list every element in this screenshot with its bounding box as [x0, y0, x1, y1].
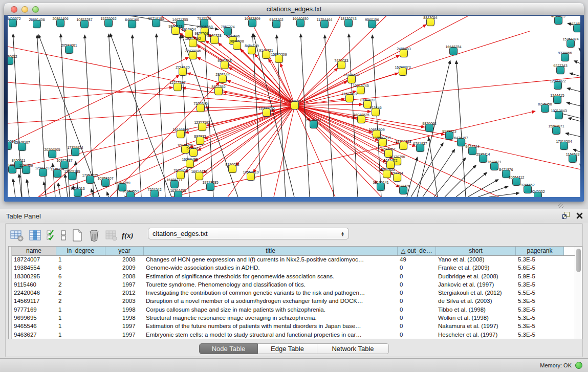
graph-node[interactable] — [206, 183, 214, 191]
graph-node[interactable] — [344, 19, 353, 27]
graph-node[interactable] — [177, 130, 185, 138]
graph-node[interactable] — [393, 173, 401, 182]
graph-node[interactable] — [399, 186, 407, 194]
function-builder-icon[interactable]: f(x) — [122, 231, 134, 240]
graph-node[interactable] — [179, 68, 187, 76]
graph-node[interactable] — [468, 147, 476, 155]
graph-node[interactable] — [152, 19, 160, 27]
graph-node[interactable] — [68, 172, 76, 180]
graph-node[interactable] — [56, 19, 64, 27]
graph-node[interactable] — [221, 61, 229, 69]
graph-node[interactable] — [170, 180, 179, 188]
network-canvas[interactable]: 2340557226691406208914061085328715276062… — [8, 16, 580, 197]
graph-node[interactable] — [233, 41, 241, 50]
table-row[interactable]: 946362711997Embryonic stem cells: a mode… — [12, 331, 575, 339]
graph-node[interactable] — [60, 161, 69, 169]
memory-status-icon[interactable] — [575, 362, 582, 369]
graph-node[interactable] — [272, 20, 280, 28]
scrollbar-thumb[interactable] — [576, 249, 581, 272]
graph-node[interactable] — [573, 24, 580, 32]
graph-node[interactable] — [228, 165, 236, 173]
graph-node[interactable] — [552, 126, 560, 135]
graph-node[interactable] — [556, 66, 564, 74]
table-row[interactable]: 911546021997Tourette syndrome. Phenomeno… — [12, 281, 575, 289]
delete-trash-icon[interactable] — [88, 229, 100, 242]
table-row[interactable]: 1456911722003Disruption of a novel membe… — [12, 297, 575, 305]
graph-node[interactable] — [399, 68, 407, 76]
graph-node[interactable] — [347, 75, 356, 83]
vertical-scrollbar[interactable] — [575, 247, 582, 339]
graph-node[interactable] — [53, 169, 61, 178]
graph-node[interactable] — [337, 61, 345, 69]
graph-node[interactable] — [554, 16, 562, 25]
graph-node[interactable] — [345, 94, 354, 102]
tab-edge-table[interactable]: Edge Table — [258, 343, 317, 354]
graph-node[interactable] — [189, 51, 197, 59]
graph-node[interactable] — [541, 104, 549, 113]
column-header-pagerank[interactable]: pagerank — [516, 247, 564, 255]
graph-node[interactable] — [291, 101, 299, 110]
new-file-icon[interactable] — [71, 229, 83, 242]
graph-node[interactable] — [399, 142, 407, 150]
graph-node[interactable] — [65, 46, 73, 54]
graph-node[interactable] — [171, 27, 180, 35]
graph-node[interactable] — [196, 137, 204, 145]
graph-node[interactable] — [534, 192, 542, 197]
rows-icon[interactable] — [60, 229, 67, 242]
graph-node[interactable] — [554, 81, 562, 90]
graph-node[interactable] — [569, 155, 577, 163]
graph-node[interactable] — [400, 49, 408, 57]
table-row[interactable]: 977716911998Corpus callosum shape and si… — [12, 306, 575, 314]
column-header-short[interactable]: short — [436, 247, 516, 255]
graph-node[interactable] — [195, 172, 203, 180]
graph-node[interactable] — [445, 132, 453, 140]
graph-node[interactable] — [457, 138, 465, 146]
graph-node[interactable] — [426, 18, 434, 26]
select-columns-icon[interactable] — [29, 229, 42, 242]
graph-node[interactable] — [425, 124, 433, 132]
graph-node[interactable] — [210, 36, 219, 44]
graph-node[interactable] — [174, 191, 182, 197]
graph-node[interactable] — [71, 148, 79, 156]
graph-node[interactable] — [320, 20, 329, 28]
graph-node[interactable] — [74, 189, 82, 197]
column-header-name[interactable]: name — [12, 247, 56, 255]
graph-node[interactable] — [553, 96, 561, 104]
table-row[interactable]: 969969511998Structural magnetic resonanc… — [12, 314, 575, 322]
graph-node[interactable] — [379, 138, 387, 146]
graph-node[interactable] — [247, 172, 255, 181]
graph-node[interactable] — [449, 47, 458, 55]
graph-node[interactable] — [357, 86, 365, 94]
graph-node[interactable] — [479, 155, 487, 163]
column-header-in_degree[interactable]: in_degree — [56, 247, 105, 255]
table-selector-dropdown[interactable]: citations_edges.txt ▲▼ — [148, 228, 349, 239]
graph-node[interactable] — [8, 57, 13, 65]
table-settings-icon[interactable] — [10, 229, 24, 242]
row-checkmarks-icon[interactable] — [47, 229, 56, 242]
graph-node[interactable] — [22, 166, 30, 174]
tab-node-table[interactable]: Node Table — [199, 343, 258, 354]
float-window-icon[interactable] — [562, 212, 570, 219]
tab-network-table[interactable]: Network Table — [317, 343, 389, 354]
graph-node[interactable] — [8, 142, 12, 150]
graph-node[interactable] — [126, 191, 135, 197]
graph-node[interactable] — [39, 168, 47, 177]
window-resize-grip[interactable] — [558, 203, 563, 208]
network-window-titlebar[interactable]: citations_edges.txt — [4, 3, 584, 15]
graph-node[interactable] — [262, 51, 270, 59]
graph-node[interactable] — [189, 39, 197, 47]
graph-node[interactable] — [101, 179, 110, 187]
graph-node[interactable] — [197, 104, 205, 112]
graph-node[interactable] — [80, 20, 89, 28]
graph-node[interactable] — [186, 160, 194, 168]
graph-node[interactable] — [555, 111, 563, 119]
graph-node[interactable] — [275, 55, 283, 63]
table-row[interactable]: 1830029562008Estimation of significance … — [12, 273, 575, 281]
column-header-year[interactable]: year — [105, 247, 144, 255]
graph-node[interactable] — [248, 19, 256, 27]
graph-node[interactable] — [86, 176, 94, 184]
graph-node[interactable] — [263, 108, 271, 117]
table-row[interactable]: 1872400712008Changes of HCN gene express… — [12, 256, 575, 264]
graph-node[interactable] — [567, 39, 575, 48]
graph-node[interactable] — [357, 115, 365, 123]
